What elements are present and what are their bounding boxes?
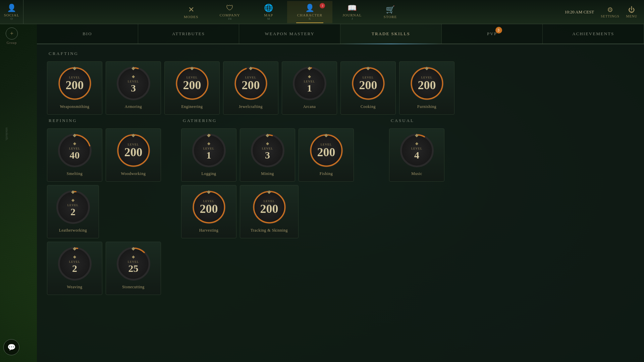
skill-name-weaving: Weaving (67, 285, 83, 290)
skill-name-stonecutting: Stonecutting (122, 285, 145, 290)
tab-achievements[interactable]: ACHIEVEMENTS (543, 24, 644, 44)
crafting-header: CRAFTING (47, 51, 634, 56)
menu-btn[interactable]: ⏻ MENU (626, 6, 637, 18)
group-icon: + (6, 27, 18, 40)
skill-arcana[interactable]: ◆ LEVEL 1 ◆ Arcana (282, 61, 337, 115)
skill-mining[interactable]: ◆ LEVEL 3 ◆ Mining (240, 128, 295, 182)
tab-trade-skills[interactable]: TRADE SKILLS (340, 24, 442, 44)
skill-name-cooking: Cooking (361, 104, 376, 109)
skill-name-woodworking: Woodworking (121, 171, 146, 176)
social-label: SOCIAL (4, 13, 19, 17)
tab-pvp[interactable]: 3 PVP (442, 24, 543, 44)
skill-name-weaponsmithing: Weaponsmithing (60, 104, 89, 109)
topbar-right: 10:20 AM CEST ⚙ SETTINGS ⏻ MENU (558, 6, 644, 18)
tab-bio[interactable]: BIO (37, 24, 138, 44)
skill-logging[interactable]: ◆ LEVEL 1 ◆ Logging (181, 128, 236, 182)
nav-journal[interactable]: 📖 JOURNAL J (332, 1, 372, 23)
gathering-header: GATHERING (181, 118, 386, 123)
skill-armoring[interactable]: ◆ LEVEL 3 ◆ Armoring (106, 61, 161, 115)
skill-leatherworking[interactable]: ◆ LEVEL 2 ◆ Leatherworking (47, 185, 99, 238)
skill-jewelcrafting[interactable]: LEVEL 200 ◆ Jewelcrafting (223, 61, 278, 115)
skill-name-engineering: Engineering (181, 104, 203, 109)
gathering-row1: ◆ LEVEL 1 ◆ Logging (181, 128, 386, 182)
topbar-nav: ✕ MODES 🛡 COMPANY F4 🌐 MAP M 3 👤 CHARACT… (23, 1, 558, 23)
skill-name-arcana: Arcana (303, 104, 316, 109)
refining-row1: ◆ LEVEL 40 ◆ Smelting (47, 128, 178, 238)
time-display: 10:20 AM CEST (565, 9, 594, 15)
nav-character[interactable]: 3 👤 CHARACTER K (287, 1, 333, 23)
social-key: O (10, 17, 13, 20)
skill-cooking[interactable]: LEVEL 200 ◆ Cooking (340, 61, 396, 115)
skill-weaving[interactable]: ◆ LEVEL 2 ◆ Weaving (47, 242, 102, 295)
skill-name-fishing: Fishing (320, 171, 333, 176)
skill-weaponsmithing[interactable]: LEVEL 200 ◆ Weaponsmithing (47, 61, 102, 115)
character-tabs: BIO ATTRIBUTES WEAPON MASTERY TRADE SKIL… (37, 24, 644, 44)
nav-map[interactable]: 🌐 MAP M (250, 1, 287, 23)
skill-name-smelting: Smelting (67, 171, 83, 176)
pvp-badge: 3 (495, 27, 502, 34)
skill-harvesting[interactable]: LEVEL 200 ◆ Harvesting (181, 185, 236, 238)
nav-modes[interactable]: ✕ MODES (173, 1, 210, 23)
skill-name-logging: Logging (201, 171, 216, 176)
casual-header: CASUAL (389, 118, 634, 123)
chat-icon: 💬 (7, 343, 16, 351)
main-panel: BIO ATTRIBUTES WEAPON MASTERY TRADE SKIL… (37, 24, 644, 362)
skill-name-leatherworking: Leatherworking (59, 228, 87, 233)
social-icon: 👤 (7, 4, 16, 12)
skill-name-jewelcrafting: Jewelcrafting (239, 104, 263, 109)
topbar: 👤 SOCIAL O ✕ MODES 🛡 COMPANY F4 🌐 MAP M … (0, 0, 644, 24)
sidebar-text: smoketh. (5, 127, 9, 141)
nav-store[interactable]: 🛒 STORE (372, 1, 409, 23)
skill-music[interactable]: ◆ LEVEL 4 ◆ Music (389, 128, 444, 182)
social-nav[interactable]: 👤 SOCIAL O (0, 0, 23, 24)
trade-skills-content: CRAFTING LEVEL 200 ◆ Weaponsmithing (37, 44, 644, 362)
settings-btn[interactable]: ⚙ SETTINGS (601, 6, 619, 18)
refining-row2: ◆ LEVEL 2 ◆ Weaving (47, 242, 178, 295)
gathering-row2: LEVEL 200 ◆ Harvesting (181, 185, 386, 238)
skill-woodworking[interactable]: LEVEL 200 ◆ Woodworking (106, 128, 161, 182)
refining-header: REFINING (47, 118, 178, 123)
skill-engineering[interactable]: LEVEL 200 ◆ Engineering (164, 61, 220, 115)
crafting-row: LEVEL 200 ◆ Weaponsmithing ◆ (47, 61, 634, 115)
skill-name-armoring: Armoring (125, 104, 142, 109)
skill-name-music: Music (411, 171, 422, 176)
tab-weapon-mastery[interactable]: WEAPON MASTERY (239, 24, 340, 44)
skill-smelting[interactable]: ◆ LEVEL 40 ◆ Smelting (47, 128, 102, 182)
skill-tracking-skinning[interactable]: LEVEL 200 ◆ Tracking & Skinning (240, 185, 299, 238)
skill-name-tracking-skinning: Tracking & Skinning (251, 228, 288, 233)
chat-button[interactable]: 💬 (3, 339, 19, 355)
skill-stonecutting[interactable]: ◆ LEVEL 25 ◆ Stonecutting (106, 242, 161, 295)
character-badge: 3 (320, 3, 325, 8)
casual-section: CASUAL ◆ LEVEL (386, 118, 634, 295)
refining-section: REFINING ◆ LEVEL (47, 118, 178, 295)
casual-row: ◆ LEVEL 4 ◆ Music (389, 128, 634, 182)
tab-attributes[interactable]: ATTRIBUTES (138, 24, 239, 44)
skill-name-furnishing: Furnishing (417, 104, 436, 109)
skill-name-harvesting: Harvesting (199, 228, 219, 233)
skill-furnishing[interactable]: LEVEL 200 ◆ Furnishing (399, 61, 454, 115)
skill-fishing[interactable]: LEVEL 200 ◆ Fishing (299, 128, 354, 182)
group-button[interactable]: + Group (0, 24, 23, 48)
skill-name-mining: Mining (261, 171, 274, 176)
gathering-section: GATHERING ◆ LEVEL (178, 118, 386, 295)
nav-company[interactable]: 🛡 COMPANY F4 (210, 1, 250, 23)
group-label: Group (7, 41, 17, 45)
